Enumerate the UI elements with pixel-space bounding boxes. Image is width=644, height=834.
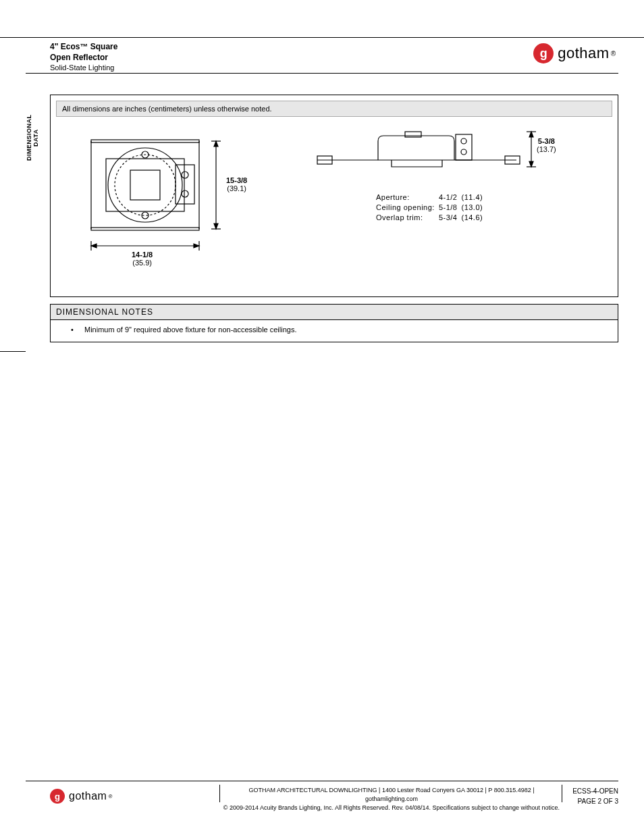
footer-right: ECSS-4-OPEN PAGE 2 OF 3	[558, 786, 618, 806]
spec-cm: (11.4)	[461, 193, 485, 202]
header-rule	[26, 73, 618, 74]
svg-rect-24	[405, 132, 421, 137]
svg-marker-16	[91, 244, 97, 248]
side-rule	[0, 351, 26, 352]
footer-divider	[219, 785, 220, 802]
svg-point-4	[115, 155, 176, 215]
svg-point-27	[461, 149, 466, 155]
svg-rect-0	[91, 140, 199, 142]
bullet-icon: •	[71, 325, 84, 334]
svg-rect-2	[106, 159, 184, 211]
svg-point-10	[182, 190, 188, 197]
svg-rect-5	[130, 170, 160, 200]
section-view-svg	[314, 128, 564, 249]
footer-rule	[26, 781, 618, 781]
dim-in: 14-1/8	[132, 251, 153, 259]
registered-mark: ®	[611, 50, 616, 57]
doc-code: ECSS-4-OPEN	[558, 786, 618, 796]
plan-width-dim: 14-1/8 (35.9)	[132, 251, 153, 267]
brand-mark-icon: g	[533, 43, 554, 63]
spec-label: Aperture:	[376, 193, 437, 202]
table-row: Aperture: 4-1/2 (11.4)	[376, 193, 485, 202]
dim-cm: (39.1)	[227, 184, 246, 192]
svg-marker-33	[529, 132, 533, 137]
brand-name: gotham	[69, 790, 107, 802]
brand-mark-icon: g	[50, 789, 65, 804]
diagram-row: 15-3/8 (39.1) 14-1/8 (35.9)	[51, 124, 618, 290]
section-view-diagram: 5-3/8 (13.7) Aperture: 4-1/2 (11.4) Ceil…	[314, 128, 564, 249]
spec-cm: (13.0)	[461, 203, 485, 212]
brand-name: gotham	[558, 45, 609, 62]
spec-inches: 4-1/2	[439, 193, 460, 202]
spec-inches: 5-1/8	[439, 203, 460, 212]
dimensional-notes-panel: DIMENSIONAL NOTES • Minimum of 9" requir…	[50, 304, 618, 342]
svg-rect-1	[91, 228, 199, 230]
svg-marker-17	[194, 244, 199, 248]
plan-height-dim: 15-3/8 (39.1)	[226, 176, 247, 192]
section-height-dim: 5-3/8 (13.7)	[537, 137, 556, 153]
note-item: • Minimum of 9" required above fixture f…	[71, 325, 612, 334]
table-row: Overlap trim: 5-3/4 (14.6)	[376, 213, 485, 222]
plan-view-svg	[71, 128, 273, 283]
svg-marker-22	[214, 224, 218, 229]
units-note: All dimensions are inches (centimeters) …	[56, 101, 612, 117]
footer-center: GOTHAM ARCHITECTURAL DOWNLIGHTING | 1400…	[223, 786, 560, 812]
aperture-spec-table: Aperture: 4-1/2 (11.4) Ceiling opening: …	[375, 192, 487, 224]
svg-marker-21	[214, 141, 218, 147]
plan-view-diagram: 15-3/8 (39.1) 14-1/8 (35.9)	[71, 128, 273, 283]
svg-point-26	[461, 138, 466, 144]
side-tab-label: DIMENSIONAL DATA	[26, 105, 36, 170]
svg-point-9	[182, 172, 188, 178]
notes-body: • Minimum of 9" required above fixture f…	[51, 320, 618, 342]
header-line-1: 4" Ecos™ Square	[50, 42, 117, 53]
header-line-3: Solid-State Lighting	[50, 63, 117, 72]
page-number: PAGE 2 OF 3	[558, 796, 618, 806]
footer-copyright-line: © 2009-2014 Acuity Brands Lighting, Inc.…	[223, 804, 560, 812]
dim-cm: (35.9)	[132, 259, 152, 267]
svg-marker-34	[529, 161, 533, 167]
brand-logo-top: g gotham ®	[533, 43, 616, 63]
spec-inches: 5-3/4	[439, 213, 460, 222]
dim-in: 5-3/8	[538, 137, 555, 145]
brand-logo-bottom: g gotham ®	[50, 789, 112, 804]
spec-label: Overlap trim:	[376, 213, 437, 222]
footer-address-line: GOTHAM ARCHITECTURAL DOWNLIGHTING | 1400…	[223, 786, 560, 804]
spec-label: Ceiling opening:	[376, 203, 437, 212]
dimensional-data-panel: All dimensions are inches (centimeters) …	[50, 95, 618, 297]
header-line-2: Open Reflector	[50, 53, 117, 63]
svg-rect-8	[176, 165, 194, 204]
dim-in: 15-3/8	[226, 176, 247, 184]
dim-cm: (13.7)	[537, 145, 556, 153]
note-text: Minimum of 9" required above fixture for…	[84, 325, 297, 334]
top-rule	[0, 37, 644, 38]
document-header: 4" Ecos™ Square Open Reflector Solid-Sta…	[50, 42, 117, 72]
notes-heading: DIMENSIONAL NOTES	[51, 305, 618, 320]
spec-cm: (14.6)	[461, 213, 485, 222]
table-row: Ceiling opening: 5-1/8 (13.0)	[376, 203, 485, 212]
registered-mark: ®	[108, 793, 112, 800]
